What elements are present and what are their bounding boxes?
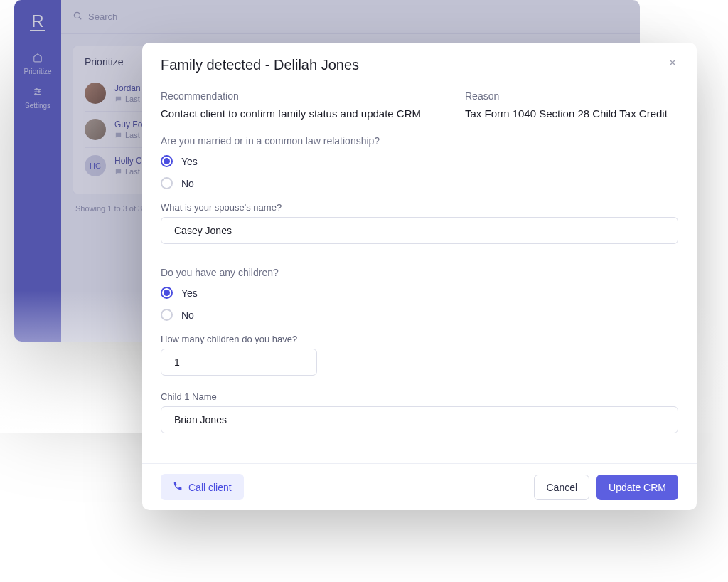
children-count-label: How many children do you have? (161, 334, 678, 344)
modal-title: Family detected - Delilah Jones (161, 57, 359, 73)
radio-icon (161, 287, 173, 299)
spouse-name-input[interactable] (161, 217, 678, 244)
children-no-option[interactable]: No (161, 309, 678, 321)
call-client-button[interactable]: Call client (161, 474, 244, 500)
question-married: Are you married or in a common law relat… (161, 135, 678, 147)
recommendation-label: Recommendation (161, 90, 451, 102)
radio-icon (161, 155, 173, 167)
radio-icon (161, 309, 173, 321)
radio-label: Yes (181, 287, 198, 299)
married-radio-group: Yes No (161, 155, 678, 189)
spouse-name-label: What is your spouse's name? (161, 202, 678, 213)
recommendation-value: Contact client to confirm family status … (161, 107, 451, 120)
children-radio-group: Yes No (161, 287, 678, 321)
radio-icon (161, 177, 173, 189)
family-modal: Family detected - Delilah Jones Recommen… (142, 43, 697, 510)
children-count-input[interactable] (161, 349, 317, 376)
close-icon[interactable] (667, 57, 678, 72)
reason-label: Reason (465, 90, 678, 102)
reason-value: Tax Form 1040 Section 28 Child Tax Credi… (465, 107, 678, 120)
child1-name-input[interactable] (161, 406, 678, 433)
update-crm-button[interactable]: Update CRM (596, 475, 678, 500)
radio-label: No (181, 309, 194, 321)
phone-icon (173, 481, 183, 493)
child1-name-label: Child 1 Name (161, 391, 678, 402)
button-label: Update CRM (609, 482, 666, 493)
married-no-option[interactable]: No (161, 177, 678, 189)
cancel-button[interactable]: Cancel (534, 475, 589, 500)
children-yes-option[interactable]: Yes (161, 287, 678, 299)
radio-label: No (181, 178, 194, 189)
question-children: Do you have any children? (161, 267, 678, 278)
radio-label: Yes (181, 156, 198, 167)
button-label: Cancel (546, 482, 577, 493)
married-yes-option[interactable]: Yes (161, 155, 678, 167)
button-label: Call client (188, 482, 232, 493)
